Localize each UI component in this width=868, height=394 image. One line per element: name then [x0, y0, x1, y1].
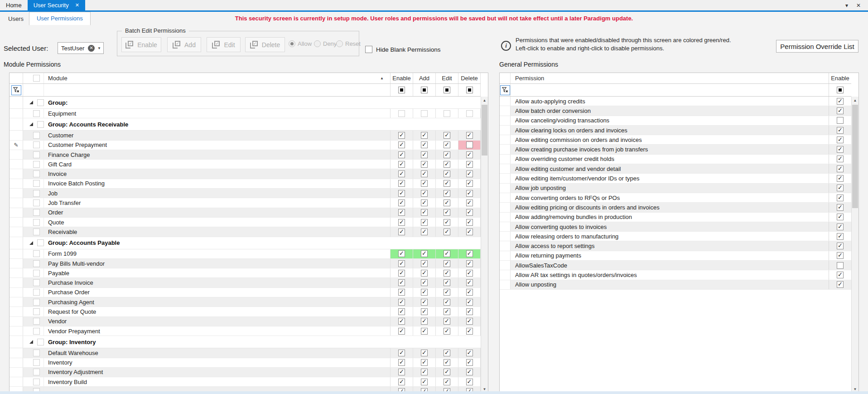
module-filter-cell[interactable] — [44, 84, 391, 96]
edit-checkbox[interactable] — [444, 318, 450, 325]
permission-row[interactable]: Allow releasing orders to manufacturing — [500, 232, 851, 241]
row-select-checkbox[interactable] — [33, 190, 40, 197]
enable-checkbox[interactable] — [837, 224, 844, 230]
group-select-checkbox[interactable] — [37, 239, 44, 246]
enable-checkbox[interactable] — [398, 379, 405, 385]
delete-checkbox[interactable] — [466, 209, 473, 216]
delete-checkbox[interactable] — [466, 379, 473, 385]
edit-checkbox[interactable] — [444, 209, 450, 216]
enable-checkbox[interactable] — [398, 369, 405, 375]
module-row[interactable]: Inventory — [10, 358, 481, 368]
add-checkbox[interactable] — [421, 229, 428, 235]
module-group-row[interactable]: Group: Accounts Receivable — [10, 118, 481, 131]
module-row[interactable]: Order — [10, 208, 481, 218]
module-row[interactable]: Form 1099 — [10, 249, 481, 259]
enable-checkbox[interactable] — [837, 243, 844, 249]
enable-checkbox[interactable] — [837, 136, 844, 143]
enable-checkbox[interactable] — [837, 272, 844, 278]
module-group-row[interactable]: Group: — [10, 97, 481, 109]
batch-delete-button[interactable]: ✓ Delete — [245, 37, 285, 52]
module-row[interactable]: ✎ Customer Prepayment — [10, 141, 481, 150]
module-row[interactable]: Receivable — [10, 227, 481, 237]
delete-checkbox[interactable] — [466, 229, 473, 235]
edit-checkbox[interactable] — [444, 170, 450, 177]
edit-checkbox[interactable] — [444, 110, 450, 117]
add-checkbox[interactable] — [421, 141, 428, 148]
permission-row[interactable]: Allow batch order conversion — [500, 106, 851, 116]
add-checkbox[interactable] — [421, 199, 428, 206]
enable-checkbox[interactable] — [398, 359, 405, 366]
add-checkbox[interactable] — [421, 350, 428, 356]
scroll-up-icon[interactable]: ▲ — [852, 97, 858, 104]
permission-row[interactable]: Allow editing pricing or discounts in or… — [500, 203, 851, 212]
tab-list-dropdown-icon[interactable]: ▾ — [845, 2, 848, 9]
radio-deny[interactable]: Deny — [314, 40, 337, 47]
add-checkbox[interactable] — [421, 328, 428, 335]
add-checkbox[interactable] — [421, 260, 428, 267]
scroll-up-icon[interactable]: ▲ — [481, 97, 488, 104]
row-select-checkbox[interactable] — [33, 359, 40, 366]
enable-checkbox[interactable] — [837, 117, 844, 124]
row-select-checkbox[interactable] — [33, 328, 40, 335]
enable-checkbox[interactable] — [837, 195, 844, 201]
column-header-enable[interactable]: Enable — [391, 73, 413, 83]
enable-checkbox[interactable] — [398, 209, 405, 216]
column-header-delete[interactable]: Delete — [458, 73, 481, 83]
radio-allow[interactable]: Allow — [289, 40, 312, 47]
delete-checkbox[interactable] — [466, 308, 473, 315]
delete-checkbox[interactable] — [466, 250, 473, 257]
permission-row[interactable]: Allow unposting — [500, 280, 851, 290]
select-all-header[interactable] — [23, 73, 44, 83]
clear-filter-icon[interactable] — [11, 85, 21, 95]
module-row[interactable]: Purchasing Agent — [10, 297, 481, 307]
module-row[interactable]: Vendor — [10, 317, 481, 326]
edit-checkbox[interactable] — [444, 359, 450, 366]
module-row[interactable]: Quote — [10, 218, 481, 227]
module-row[interactable]: Pay Bills Multi-vendor — [10, 259, 481, 268]
permission-row[interactable]: Allow editing item/customer/vendor IDs o… — [500, 174, 851, 183]
add-checkbox[interactable] — [421, 110, 428, 117]
module-row[interactable]: Inventory Adjustment — [10, 368, 481, 377]
clear-selection-icon[interactable]: ✕ — [88, 45, 95, 52]
enable-checkbox[interactable] — [837, 252, 844, 259]
row-select-checkbox[interactable] — [33, 279, 40, 286]
batch-enable-button[interactable]: ✓ Enable — [121, 37, 161, 52]
permission-row[interactable]: AllowSalesTaxCode — [500, 261, 851, 270]
delete-checkbox[interactable] — [466, 279, 473, 286]
edit-checkbox[interactable] — [444, 289, 450, 296]
row-select-checkbox[interactable] — [33, 260, 40, 267]
permission-row[interactable]: Allow editing commission on orders and i… — [500, 135, 851, 145]
enable-checkbox[interactable] — [398, 260, 405, 267]
tab-user-security[interactable]: User Security ✕ — [28, 0, 85, 10]
delete-filter-checkbox[interactable] — [466, 87, 473, 93]
enable-checkbox[interactable] — [398, 279, 405, 286]
module-row[interactable]: Job Transfer — [10, 198, 481, 208]
permission-row[interactable]: Allow clearing locks on orders and invoi… — [500, 126, 851, 135]
add-checkbox[interactable] — [421, 161, 428, 168]
edit-checkbox[interactable] — [444, 270, 450, 277]
add-checkbox[interactable] — [421, 270, 428, 277]
delete-checkbox[interactable] — [466, 299, 473, 306]
permission-row[interactable]: Allow access to report settings — [500, 241, 851, 251]
selected-user-combobox[interactable]: TestUser ✕ ▼ — [58, 42, 104, 54]
enable-checkbox[interactable] — [837, 262, 844, 269]
general-grid-scrollbar[interactable]: ▲ ▼ — [851, 97, 858, 394]
column-header-add[interactable]: Add — [413, 73, 436, 83]
enable-checkbox[interactable] — [398, 250, 405, 257]
enable-checkbox[interactable] — [398, 328, 405, 335]
row-select-checkbox[interactable] — [33, 379, 40, 385]
row-select-checkbox[interactable] — [33, 110, 40, 117]
enable-checkbox[interactable] — [837, 146, 844, 153]
add-checkbox[interactable] — [421, 250, 428, 257]
enable-checkbox[interactable] — [837, 98, 844, 105]
delete-checkbox[interactable] — [466, 359, 473, 366]
group-select-checkbox[interactable] — [37, 121, 44, 128]
delete-checkbox[interactable] — [466, 132, 473, 139]
row-select-checkbox[interactable] — [33, 318, 40, 325]
permission-row[interactable]: Allow editing customer and vendor detail — [500, 164, 851, 174]
column-header-edit[interactable]: Edit — [436, 73, 458, 83]
module-row[interactable]: Gift Card — [10, 160, 481, 169]
row-select-checkbox[interactable] — [33, 299, 40, 306]
module-grid-scrollbar[interactable]: ▲ ▼ — [481, 97, 488, 394]
delete-checkbox[interactable] — [466, 350, 473, 356]
